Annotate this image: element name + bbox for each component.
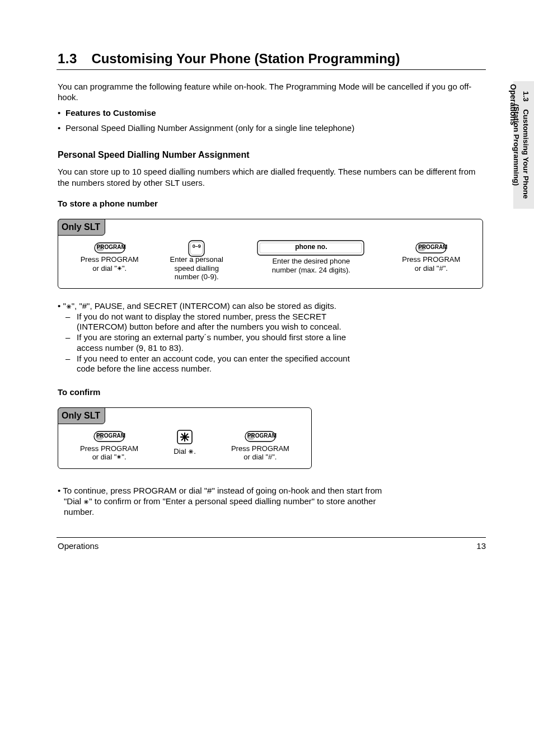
program-button-label: PROGRAM	[97, 244, 126, 251]
to-confirm-heading: To confirm	[58, 387, 486, 397]
procedure-tab: Only SLT	[58, 219, 105, 236]
footer-left: Operations	[58, 541, 99, 552]
section-header: 1.3 Customising Your Phone (Station Prog…	[58, 50, 486, 67]
program-button-confirm-end-caption: Press PROGRAMor dial "#".	[231, 444, 289, 462]
phone-number-caption: Enter the desired phonenumber (max. 24 d…	[272, 257, 350, 274]
side-tab-heading: Operations	[508, 84, 518, 125]
note-digits: • "", "#", PAUSE, and SECRET (INTERCOM) …	[58, 301, 486, 312]
tail-note-line3: number.	[58, 507, 486, 518]
features-heading-text: Features to Customise	[65, 108, 156, 119]
intro-paragraph: You can programme the following feature …	[58, 81, 486, 102]
note-secret: – If you do not want to display the stor…	[65, 312, 486, 333]
phone-number-field-label: phone no.	[295, 243, 327, 251]
program-button-confirm-caption: Press PROGRAMor dial "".	[80, 444, 138, 462]
note-line-access: – If you are storing an external party´s…	[65, 332, 486, 354]
speed-dial-title: Personal Speed Dialling Number Assignmen…	[58, 149, 486, 161]
program-button-confirm-end-label: PROGRAM	[247, 433, 277, 440]
feature-item-text: Personal Speed Dialling Number Assignmen…	[65, 123, 354, 134]
program-button-caption: Press PROGRAMor dial "".	[81, 255, 139, 273]
to-store-heading: To store a phone number	[58, 198, 486, 209]
star-key-icon	[176, 429, 193, 445]
procedure-tab-confirm: Only SLT	[58, 407, 105, 424]
program-button-end-caption: Press PROGRAMor dial "#".	[402, 255, 460, 273]
confirm-procedure-box: Only SLT PROGRAM Press PROGRAMor dial ""…	[58, 407, 312, 469]
speed-number-key-label: 0–9	[193, 243, 201, 250]
speed-dial-desc: You can store up to 10 speed dialling nu…	[58, 166, 486, 187]
tail-note-line2: "Dial " to confirm or from "Enter a pers…	[58, 496, 486, 507]
header-rule	[57, 69, 486, 70]
speed-number-caption: Enter a personalspeed diallingnumber (0-…	[170, 255, 223, 281]
note-account-code: – If you need to enter an account code, …	[65, 354, 486, 375]
tail-note: • To continue, press PROGRAM or dial "#"…	[58, 486, 486, 496]
store-procedure-box: Only SLT PROGRAM Press PROGRAMor dial ""…	[58, 219, 483, 289]
section-number: 1.3	[58, 51, 77, 66]
star-key-caption: Dial .	[174, 447, 196, 456]
footer-page-number: 13	[476, 541, 486, 552]
side-tab: 1.3 Customising Your Phone(Station Progr…	[513, 81, 534, 209]
feature-item: • Personal Speed Dialling Number Assignm…	[58, 123, 486, 134]
section-title: Customising Your Phone (Station Programm…	[91, 51, 400, 66]
program-button-confirm-label: PROGRAM	[96, 433, 125, 440]
features-heading: • Features to Customise	[58, 108, 486, 119]
footer-rule	[57, 537, 486, 538]
program-button-end-label: PROGRAM	[418, 244, 447, 251]
